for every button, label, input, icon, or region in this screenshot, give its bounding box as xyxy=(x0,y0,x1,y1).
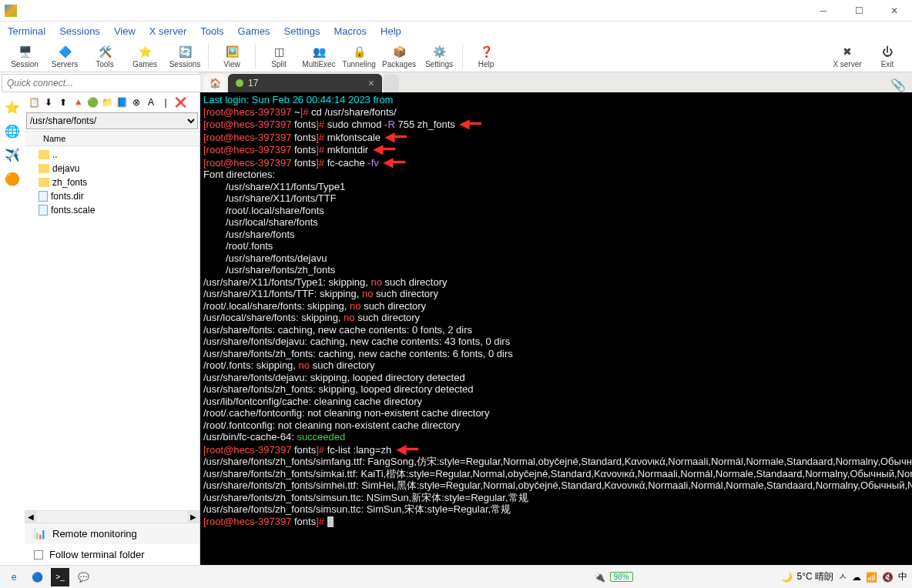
menu-tools[interactable]: Tools xyxy=(200,25,223,37)
tab-close-button[interactable]: × xyxy=(368,77,374,89)
sound-icon[interactable]: 🔇 xyxy=(882,572,894,583)
maximize-button[interactable]: ☐ xyxy=(841,0,877,22)
file-row[interactable]: zh_fonts xyxy=(28,175,196,189)
terminal-line: /root/.local/share/fonts xyxy=(203,205,909,217)
menu-settings[interactable]: Settings xyxy=(284,25,320,37)
terminal-line: /root/.fontconfig: not cleaning non-exis… xyxy=(203,419,909,432)
tool-view-button[interactable]: 🖼️View xyxy=(213,44,250,68)
menu-games[interactable]: Games xyxy=(238,25,270,37)
menu-terminal[interactable]: Terminal xyxy=(8,25,45,37)
sidebar-tab-2[interactable]: ✈️ xyxy=(5,148,20,162)
terminal-line: /usr/share/X11/fonts/TTF: skipping, no s… xyxy=(203,288,909,300)
minimize-button[interactable]: ─ xyxy=(806,0,841,22)
mini-button-3[interactable]: 🔺 xyxy=(72,96,84,109)
terminal-line: /root/.local/share/fonts: skipping, no s… xyxy=(203,300,909,312)
tool-packages-button[interactable]: 📦Packages xyxy=(381,44,417,68)
tool-multiexec-button[interactable]: 👥MultiExec xyxy=(300,44,337,68)
tool-help-button[interactable]: ❓Help xyxy=(468,44,505,68)
file-row[interactable]: dejavu xyxy=(28,162,196,175)
browser-icon[interactable]: 🔵 xyxy=(28,568,46,586)
folder-icon xyxy=(39,164,49,173)
follow-terminal-checkbox[interactable]: Follow terminal folder xyxy=(25,544,200,565)
file-row[interactable]: fonts.scale xyxy=(28,203,196,217)
attach-icon[interactable]: 📎 xyxy=(890,78,906,92)
tool-exit-button[interactable]: ⏻Exit xyxy=(869,44,906,68)
mini-button-5[interactable]: 📁 xyxy=(101,96,113,109)
terminal-task-icon[interactable]: >_ xyxy=(51,568,69,586)
sidebar-tab-1[interactable]: 🌐 xyxy=(5,124,20,139)
mini-button-2[interactable]: ⬆ xyxy=(57,96,69,109)
terminal-line: [root@hecs-397397 ~]# cd /usr/share/font… xyxy=(203,106,909,119)
terminal-line: /usr/share/X11/fonts/Type1 xyxy=(203,181,909,193)
sidebar-tab-0[interactable]: ⭐ xyxy=(5,100,20,115)
file-row[interactable]: .. xyxy=(28,148,196,162)
menu-sessions[interactable]: Sessions xyxy=(59,25,100,37)
file-icon xyxy=(39,191,48,202)
tool-settings-button[interactable]: ⚙️Settings xyxy=(421,44,458,68)
annotation-arrow-icon: ◀━━ xyxy=(458,118,480,130)
wifi-icon[interactable]: 📶 xyxy=(866,572,877,583)
sidebar-tab-3[interactable]: 🟠 xyxy=(5,172,20,186)
sessions-icon: 🔄 xyxy=(177,44,193,59)
mini-button-1[interactable]: ⬇ xyxy=(42,96,55,109)
terminal-line: /usr/share/fonts/zh_fonts/simfang.ttf: F… xyxy=(203,456,909,468)
tool-servers-button[interactable]: 🔷Servers xyxy=(46,44,83,68)
onedrive-icon[interactable]: ☁ xyxy=(852,572,861,583)
tool-x server-button[interactable]: ✖X server xyxy=(829,44,866,68)
menu-macros[interactable]: Macros xyxy=(334,25,367,37)
mini-button-8[interactable]: A xyxy=(145,96,157,109)
terminal-line: /usr/share/fonts/dejavu: caching, new ca… xyxy=(203,336,909,348)
tool-tunneling-button[interactable]: 🔒Tunneling xyxy=(340,44,377,68)
remote-monitoring-button[interactable]: 📊 Remote monitoring xyxy=(25,523,200,544)
path-select[interactable]: /usr/share/fonts/ xyxy=(26,112,198,129)
tab-home[interactable]: 🏠 xyxy=(203,74,226,92)
folder-icon xyxy=(39,150,49,159)
monitor-icon: 📊 xyxy=(34,528,46,540)
file-header-name[interactable]: Name xyxy=(25,131,200,146)
mini-button-0[interactable]: 📋 xyxy=(28,96,40,109)
edge-icon[interactable]: e xyxy=(5,568,23,586)
terminal-line: /usr/bin/fc-cache-64: succeeded xyxy=(203,431,909,443)
terminal-line: /usr/share/fonts/zh_fonts xyxy=(203,264,909,276)
terminal-line: /usr/share/X11/fonts/Type1: skipping, no… xyxy=(203,276,909,289)
terminal-line: [root@hecs-397397 fonts]# fc-list :lang=… xyxy=(203,443,909,456)
terminal-line: /usr/share/fonts/zh_fonts/simhei.ttf: Si… xyxy=(203,479,909,492)
multiexec-icon: 👥 xyxy=(311,44,327,59)
quick-connect-input[interactable] xyxy=(2,74,201,92)
terminal-line: /usr/share/fonts/zh_fonts: caching, new … xyxy=(203,348,909,360)
status-dot-icon xyxy=(236,79,243,87)
mini-button-6[interactable]: 📘 xyxy=(116,96,128,109)
close-button[interactable]: ✕ xyxy=(877,0,912,22)
annotation-arrow-icon: ◀━━ xyxy=(371,143,393,155)
tool-sessions-button[interactable]: 🔄Sessions xyxy=(166,44,203,68)
app-icon xyxy=(5,5,17,17)
tab-overflow[interactable] xyxy=(384,74,399,92)
terminal-line: /usr/local/share/fonts xyxy=(203,216,909,229)
tool-session-button[interactable]: 🖥️Session xyxy=(6,44,43,68)
terminal[interactable]: Last login: Sun Feb 26 00:44:14 2023 fro… xyxy=(200,92,912,565)
file-list[interactable]: ..dejavuzh_fontsfonts.dirfonts.scale xyxy=(25,146,200,510)
tray-up-icon[interactable]: ㅅ xyxy=(838,570,847,583)
menu-xserver[interactable]: X server xyxy=(149,25,186,37)
mini-button-4[interactable]: 🟢 xyxy=(86,96,99,109)
taskbar: e 🔵 >_ 💬 🔌 98% 🌙 5°C 晴朗 ㅅ ☁ 📶 🔇 中 xyxy=(0,565,912,588)
ime-icon[interactable]: 中 xyxy=(898,570,907,583)
tool-tools-button[interactable]: 🛠️Tools xyxy=(86,44,123,68)
tool-games-button[interactable]: ⭐Games xyxy=(126,44,163,68)
menu-view[interactable]: View xyxy=(114,25,136,37)
tab-session-active[interactable]: 17 × xyxy=(228,74,382,92)
weather-text[interactable]: 5°C 晴朗 xyxy=(797,570,833,583)
toolbar: 🖥️Session🔷Servers🛠️Tools⭐Games🔄Sessions … xyxy=(0,40,912,72)
menu-help[interactable]: Help xyxy=(381,25,401,37)
file-row[interactable]: fonts.dir xyxy=(28,189,196,203)
terminal-line: /usr/share/fonts/zh_fonts/simsun.ttc: Si… xyxy=(203,503,909,516)
servers-icon: 🔷 xyxy=(57,44,72,59)
exit-icon: ⏻ xyxy=(880,44,895,59)
hscroll[interactable]: ◀▶ xyxy=(25,510,200,523)
tool-split-button[interactable]: ◫Split xyxy=(260,44,297,68)
mini-button-7[interactable]: ⊗ xyxy=(130,96,142,109)
mini-button-10[interactable]: ❌ xyxy=(174,96,186,109)
wechat-icon[interactable]: 💬 xyxy=(74,568,92,586)
terminal-line: /root/.cache/fontconfig: not cleaning no… xyxy=(203,407,909,419)
mini-button-9[interactable]: | xyxy=(159,96,172,109)
